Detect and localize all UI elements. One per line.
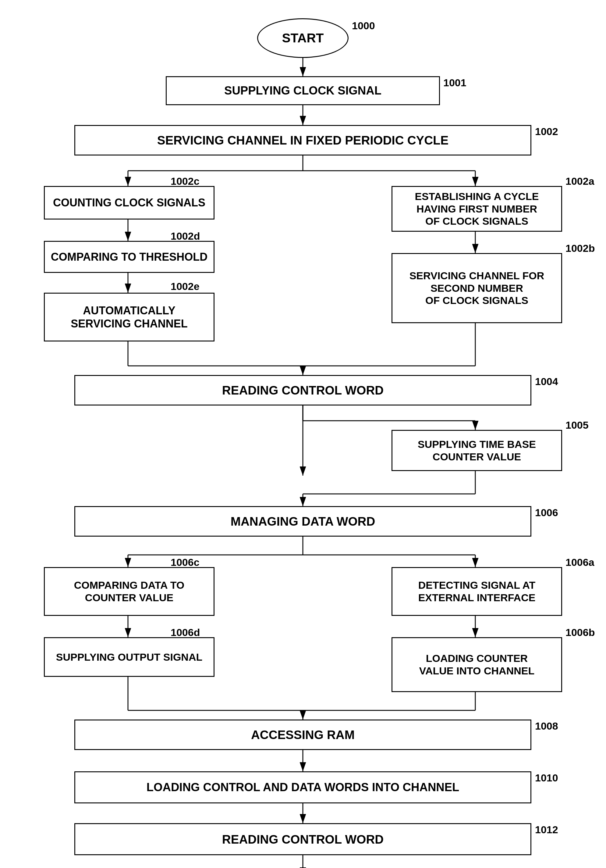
- node-1006a: DETECTING SIGNAL AT EXTERNAL INTERFACE: [391, 567, 562, 616]
- diagram-container: START 1000 SUPPLYING CLOCK SIGNAL 1001 S…: [0, 0, 606, 868]
- node-1006: MANAGING DATA WORD: [74, 506, 531, 536]
- node-1004: READING CONTROL WORD: [74, 375, 531, 406]
- node-1001: SUPPLYING CLOCK SIGNAL: [166, 76, 440, 105]
- node-1002e: AUTOMATICALLY SERVICING CHANNEL: [44, 293, 215, 341]
- node-1005: SUPPLYING TIME BASE COUNTER VALUE: [391, 430, 562, 471]
- node-1006b: LOADING COUNTER VALUE INTO CHANNEL: [391, 637, 562, 692]
- ref-1006a: 1006a: [566, 556, 594, 568]
- ref-1004: 1004: [535, 376, 558, 388]
- node-1008: ACCESSING RAM: [74, 719, 531, 750]
- ref-1006c: 1006c: [171, 556, 199, 568]
- node-1002c: COUNTING CLOCK SIGNALS: [44, 186, 215, 220]
- ref-1002c: 1002c: [171, 175, 199, 187]
- node-1002b: SERVICING CHANNEL FOR SECOND NUMBER OF C…: [391, 253, 562, 323]
- ref-1002e: 1002e: [171, 281, 199, 292]
- ref-1006: 1006: [535, 507, 558, 519]
- ref-1012: 1012: [535, 824, 558, 836]
- ref-1002b: 1002b: [566, 242, 595, 254]
- ref-1006d: 1006d: [171, 626, 200, 639]
- ref-1002a: 1002a: [566, 175, 594, 187]
- ref-1005: 1005: [566, 419, 589, 431]
- ref-1010: 1010: [535, 772, 558, 784]
- node-1002a: ESTABLISHING A CYCLE HAVING FIRST NUMBER…: [391, 186, 562, 232]
- node-1002d: COMPARING TO THRESHOLD: [44, 241, 215, 273]
- ref-1001: 1001: [443, 77, 467, 89]
- node-1002: SERVICING CHANNEL IN FIXED PERIODIC CYCL…: [74, 125, 531, 155]
- start-node: START: [257, 18, 349, 58]
- ref-1008: 1008: [535, 720, 558, 732]
- node-1006d: SUPPLYING OUTPUT SIGNAL: [44, 637, 215, 677]
- node-1006c: COMPARING DATA TO COUNTER VALUE: [44, 567, 215, 616]
- ref-1006b: 1006b: [566, 626, 595, 639]
- ref-1000: 1000: [352, 20, 375, 32]
- node-1010: LOADING CONTROL AND DATA WORDS INTO CHAN…: [74, 771, 531, 803]
- node-1012: READING CONTROL WORD: [74, 823, 531, 855]
- ref-1002: 1002: [535, 126, 558, 138]
- ref-1002d: 1002d: [171, 230, 200, 242]
